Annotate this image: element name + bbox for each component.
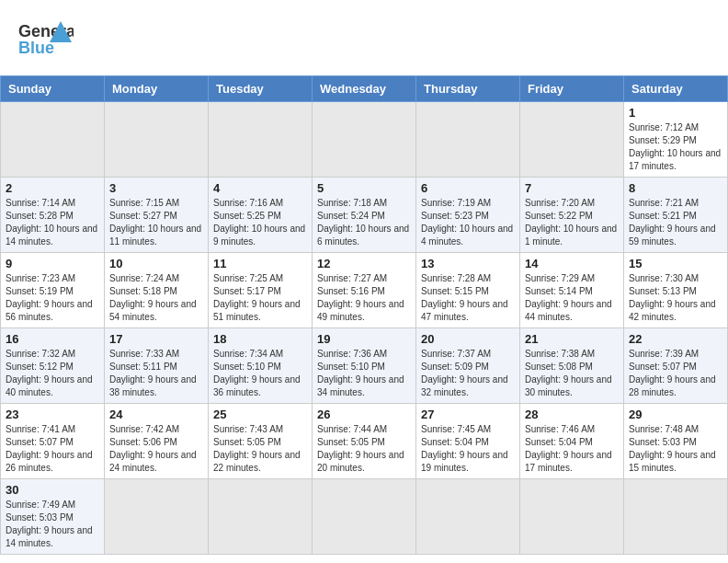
day-number: 17 — [109, 332, 203, 346]
day-info: Sunrise: 7:21 AMSunset: 5:21 PMDaylight:… — [629, 197, 722, 248]
day-info: Sunrise: 7:41 AMSunset: 5:07 PMDaylight:… — [6, 423, 99, 475]
day-number: 9 — [6, 257, 99, 270]
day-number: 2 — [6, 181, 99, 195]
calendar-cell: 10Sunrise: 7:24 AMSunset: 5:18 PMDayligh… — [105, 253, 209, 328]
calendar-cell: 8Sunrise: 7:21 AMSunset: 5:21 PMDaylight… — [624, 178, 728, 253]
calendar-cell: 14Sunrise: 7:29 AMSunset: 5:14 PMDayligh… — [520, 253, 624, 328]
day-info: Sunrise: 7:18 AMSunset: 5:24 PMDaylight:… — [317, 197, 411, 248]
calendar-cell — [520, 479, 624, 555]
calendar-cell: 18Sunrise: 7:34 AMSunset: 5:10 PMDayligh… — [209, 328, 313, 404]
day-number: 11 — [213, 257, 307, 270]
calendar-week-row: 16Sunrise: 7:32 AMSunset: 5:12 PMDayligh… — [1, 328, 728, 404]
day-number: 18 — [213, 332, 307, 346]
day-info: Sunrise: 7:49 AMSunset: 5:03 PMDaylight:… — [6, 499, 99, 550]
calendar-cell: 13Sunrise: 7:28 AMSunset: 5:15 PMDayligh… — [416, 253, 520, 328]
day-number: 10 — [109, 257, 203, 270]
day-info: Sunrise: 7:25 AMSunset: 5:17 PMDaylight:… — [213, 272, 307, 324]
svg-text:Blue: Blue — [18, 39, 54, 57]
day-number: 19 — [317, 332, 411, 346]
day-info: Sunrise: 7:36 AMSunset: 5:10 PMDaylight:… — [317, 348, 411, 399]
calendar-cell: 26Sunrise: 7:44 AMSunset: 5:05 PMDayligh… — [313, 404, 416, 479]
col-wednesday: Wednesday — [313, 76, 416, 102]
day-info: Sunrise: 7:45 AMSunset: 5:04 PMDaylight:… — [421, 423, 515, 475]
calendar-cell — [313, 479, 416, 555]
day-number: 14 — [525, 257, 619, 270]
day-number: 20 — [421, 332, 515, 346]
calendar-cell: 6Sunrise: 7:19 AMSunset: 5:23 PMDaylight… — [416, 178, 520, 253]
day-info: Sunrise: 7:19 AMSunset: 5:23 PMDaylight:… — [421, 197, 515, 248]
day-number: 26 — [317, 408, 411, 421]
col-monday: Monday — [105, 76, 209, 102]
col-saturday: Saturday — [624, 76, 728, 102]
calendar-cell — [313, 102, 416, 178]
calendar-cell: 30Sunrise: 7:49 AMSunset: 5:03 PMDayligh… — [1, 479, 105, 555]
day-number: 5 — [317, 181, 411, 195]
day-number: 21 — [525, 332, 619, 346]
calendar-cell — [624, 479, 728, 555]
calendar-cell: 17Sunrise: 7:33 AMSunset: 5:11 PMDayligh… — [105, 328, 209, 404]
day-info: Sunrise: 7:20 AMSunset: 5:22 PMDaylight:… — [525, 197, 619, 248]
col-sunday: Sunday — [1, 76, 105, 102]
day-info: Sunrise: 7:44 AMSunset: 5:05 PMDaylight:… — [317, 423, 411, 475]
calendar-cell: 25Sunrise: 7:43 AMSunset: 5:05 PMDayligh… — [209, 404, 313, 479]
day-number: 23 — [6, 408, 99, 421]
day-info: Sunrise: 7:29 AMSunset: 5:14 PMDaylight:… — [525, 272, 619, 324]
day-info: Sunrise: 7:15 AMSunset: 5:27 PMDaylight:… — [109, 197, 203, 248]
calendar-cell: 9Sunrise: 7:23 AMSunset: 5:19 PMDaylight… — [1, 253, 105, 328]
calendar-cell: 5Sunrise: 7:18 AMSunset: 5:24 PMDaylight… — [313, 178, 416, 253]
calendar-cell — [416, 102, 520, 178]
day-number: 15 — [629, 257, 722, 270]
calendar-cell: 16Sunrise: 7:32 AMSunset: 5:12 PMDayligh… — [1, 328, 105, 404]
calendar-header-row: Sunday Monday Tuesday Wednesday Thursday… — [1, 76, 728, 102]
calendar-cell — [1, 102, 105, 178]
calendar-cell: 24Sunrise: 7:42 AMSunset: 5:06 PMDayligh… — [105, 404, 209, 479]
day-number: 13 — [421, 257, 515, 270]
day-info: Sunrise: 7:33 AMSunset: 5:11 PMDaylight:… — [109, 348, 203, 399]
page: General Blue Sunday Monday Tuesday Wedne… — [0, 0, 728, 555]
calendar-cell: 2Sunrise: 7:14 AMSunset: 5:28 PMDaylight… — [1, 178, 105, 253]
day-info: Sunrise: 7:14 AMSunset: 5:28 PMDaylight:… — [6, 197, 99, 248]
calendar-cell: 27Sunrise: 7:45 AMSunset: 5:04 PMDayligh… — [416, 404, 520, 479]
calendar-week-row: 23Sunrise: 7:41 AMSunset: 5:07 PMDayligh… — [1, 404, 728, 479]
calendar-cell: 21Sunrise: 7:38 AMSunset: 5:08 PMDayligh… — [520, 328, 624, 404]
calendar-cell: 28Sunrise: 7:46 AMSunset: 5:04 PMDayligh… — [520, 404, 624, 479]
calendar-cell: 7Sunrise: 7:20 AMSunset: 5:22 PMDaylight… — [520, 178, 624, 253]
calendar-cell: 3Sunrise: 7:15 AMSunset: 5:27 PMDaylight… — [105, 178, 209, 253]
day-info: Sunrise: 7:46 AMSunset: 5:04 PMDaylight:… — [525, 423, 619, 475]
day-number: 8 — [629, 181, 722, 195]
calendar-cell — [416, 479, 520, 555]
day-info: Sunrise: 7:43 AMSunset: 5:05 PMDaylight:… — [213, 423, 307, 475]
day-info: Sunrise: 7:16 AMSunset: 5:25 PMDaylight:… — [213, 197, 307, 248]
day-info: Sunrise: 7:24 AMSunset: 5:18 PMDaylight:… — [109, 272, 203, 324]
calendar-week-row: 2Sunrise: 7:14 AMSunset: 5:28 PMDaylight… — [1, 178, 728, 253]
day-number: 22 — [629, 332, 722, 346]
day-info: Sunrise: 7:32 AMSunset: 5:12 PMDaylight:… — [6, 348, 99, 399]
calendar-cell — [209, 102, 313, 178]
day-number: 24 — [109, 408, 203, 421]
calendar-cell: 22Sunrise: 7:39 AMSunset: 5:07 PMDayligh… — [624, 328, 728, 404]
day-number: 3 — [109, 181, 203, 195]
calendar-cell — [105, 479, 209, 555]
calendar-cell — [209, 479, 313, 555]
calendar-cell: 19Sunrise: 7:36 AMSunset: 5:10 PMDayligh… — [313, 328, 416, 404]
calendar-cell — [520, 102, 624, 178]
calendar-cell: 23Sunrise: 7:41 AMSunset: 5:07 PMDayligh… — [1, 404, 105, 479]
day-info: Sunrise: 7:23 AMSunset: 5:19 PMDaylight:… — [6, 272, 99, 324]
day-info: Sunrise: 7:27 AMSunset: 5:16 PMDaylight:… — [317, 272, 411, 324]
day-number: 1 — [629, 106, 722, 120]
day-info: Sunrise: 7:28 AMSunset: 5:15 PMDaylight:… — [421, 272, 515, 324]
calendar-week-row: 30Sunrise: 7:49 AMSunset: 5:03 PMDayligh… — [1, 479, 728, 555]
day-info: Sunrise: 7:48 AMSunset: 5:03 PMDaylight:… — [629, 423, 722, 475]
day-number: 4 — [213, 181, 307, 195]
day-number: 12 — [317, 257, 411, 270]
day-number: 28 — [525, 408, 619, 421]
calendar-cell: 11Sunrise: 7:25 AMSunset: 5:17 PMDayligh… — [209, 253, 313, 328]
day-info: Sunrise: 7:34 AMSunset: 5:10 PMDaylight:… — [213, 348, 307, 399]
day-info: Sunrise: 7:38 AMSunset: 5:08 PMDaylight:… — [525, 348, 619, 399]
header: General Blue — [0, 0, 728, 75]
day-number: 6 — [421, 181, 515, 195]
calendar-cell: 29Sunrise: 7:48 AMSunset: 5:03 PMDayligh… — [624, 404, 728, 479]
day-info: Sunrise: 7:30 AMSunset: 5:13 PMDaylight:… — [629, 272, 722, 324]
col-thursday: Thursday — [416, 76, 520, 102]
calendar-cell: 15Sunrise: 7:30 AMSunset: 5:13 PMDayligh… — [624, 253, 728, 328]
